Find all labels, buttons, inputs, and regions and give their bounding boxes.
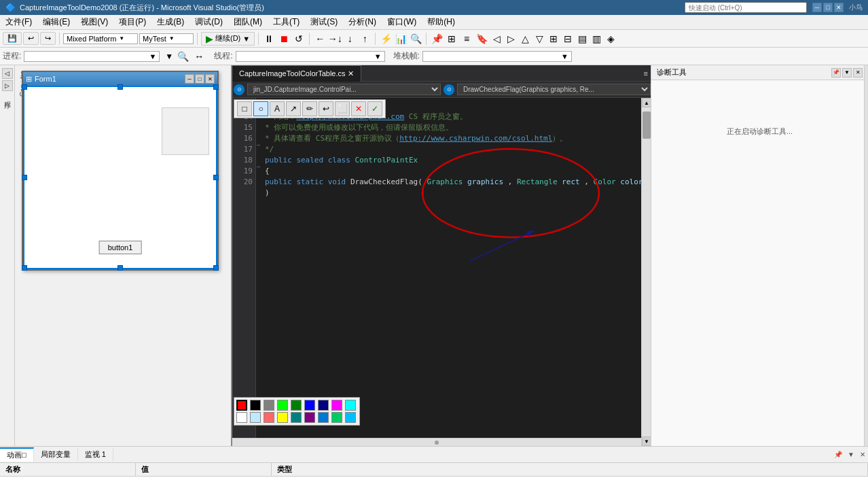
show-all-button[interactable]: ↔: [192, 50, 206, 63]
color-medblue[interactable]: [318, 412, 329, 423]
diag-collapse-handle[interactable]: [864, 65, 868, 446]
breakpoint-button[interactable]: ⚡: [379, 32, 393, 46]
form-maximize-button[interactable]: □: [195, 74, 204, 84]
color-lime[interactable]: [277, 400, 288, 411]
extra-btn-1[interactable]: ◁: [490, 32, 503, 46]
step-over-button[interactable]: →↓: [328, 32, 342, 46]
nav-right-icon[interactable]: ⊙: [444, 84, 454, 95]
extra-btn-7[interactable]: ▤: [575, 32, 589, 46]
bottom-tab-locals[interactable]: 局部变量: [34, 448, 78, 461]
toolbar-btn-3[interactable]: ↪: [40, 32, 56, 45]
handle-bc[interactable]: [117, 265, 123, 271]
menu-test[interactable]: 测试(S): [305, 15, 343, 29]
menu-help[interactable]: 帮助(H): [422, 15, 460, 29]
extra-btn-5[interactable]: ⊞: [547, 32, 560, 46]
continue-button[interactable]: ▶ 继续(D) ▼: [201, 32, 255, 46]
handle-tl[interactable]: [22, 84, 27, 90]
handle-ml[interactable]: [22, 175, 27, 180]
color-cyan[interactable]: [345, 400, 356, 411]
extra-btn-8[interactable]: ▥: [590, 32, 603, 46]
color-yellow[interactable]: [277, 412, 288, 423]
quick-launch-input[interactable]: [685, 2, 807, 13]
menu-debug[interactable]: 调试(D): [189, 15, 228, 29]
color-blue[interactable]: [304, 400, 315, 411]
bottom-tab-autos[interactable]: 动画□: [0, 447, 34, 462]
extra-btn-4[interactable]: ▽: [532, 32, 546, 46]
color-red[interactable]: [236, 400, 247, 411]
form-close-button[interactable]: ✕: [205, 74, 215, 84]
stop-button[interactable]: ⏹: [277, 32, 291, 46]
diag-button[interactable]: 🔍: [409, 32, 422, 46]
color-white[interactable]: [236, 412, 247, 423]
color-teal2[interactable]: [331, 412, 342, 423]
color-navy[interactable]: [318, 400, 329, 411]
more-button[interactable]: ≡: [460, 32, 473, 46]
color-teal[interactable]: [291, 412, 302, 423]
diag-close-button[interactable]: ✕: [853, 68, 863, 78]
diag-pin-button[interactable]: 📌: [831, 68, 841, 78]
sidebar-btn-1[interactable]: ◁: [2, 68, 13, 79]
scroll-thumb[interactable]: [643, 112, 651, 139]
extra-btn-6[interactable]: ⊟: [561, 32, 575, 46]
h-scroll-thumb[interactable]: [435, 441, 439, 445]
expand-button[interactable]: ⊞: [445, 32, 458, 46]
menu-analyze[interactable]: 分析(N): [343, 15, 382, 29]
handle-br[interactable]: [213, 265, 219, 271]
menu-window[interactable]: 窗口(W): [382, 15, 422, 29]
platform-dropdown[interactable]: Mixed Platform ▼: [63, 33, 138, 44]
stack-dropdown[interactable]: ▼: [422, 51, 572, 62]
bottom-close-button[interactable]: ✕: [857, 449, 868, 460]
pin-button[interactable]: 📌: [430, 32, 444, 46]
toolbar-btn-1[interactable]: 💾: [3, 32, 22, 45]
color-gray[interactable]: [264, 400, 274, 411]
bottom-dropdown-button[interactable]: ▼: [845, 449, 857, 460]
maximize-button[interactable]: □: [823, 3, 833, 12]
restart-button[interactable]: ↺: [292, 32, 306, 46]
bottom-tab-watch1[interactable]: 监视 1: [78, 448, 113, 461]
menu-tools[interactable]: 工具(T): [268, 15, 305, 29]
scroll-down-button[interactable]: ▼: [642, 436, 651, 446]
draw-arrow-button[interactable]: ↗: [286, 101, 301, 116]
editor-menu-button[interactable]: ≡: [641, 68, 651, 79]
form-minimize-button[interactable]: ─: [185, 74, 194, 84]
perf-button[interactable]: 📊: [394, 32, 408, 46]
draw-undo-button[interactable]: ↩: [319, 101, 333, 116]
draw-ellipse-button[interactable]: ○: [253, 101, 268, 116]
extra-btn-9[interactable]: ◈: [604, 32, 617, 46]
horizontal-scrollbar[interactable]: [232, 438, 641, 446]
bookmark-button[interactable]: 🔖: [475, 32, 488, 46]
color-green[interactable]: [291, 400, 302, 411]
step-out-button[interactable]: ↑: [358, 32, 372, 46]
pause-button[interactable]: ⏸: [262, 32, 276, 46]
sidebar-btn-2[interactable]: ▷: [2, 80, 13, 91]
nav-right-dropdown[interactable]: DrawCheckedFlag(Graphics graphics, Re...: [457, 84, 651, 95]
draw-confirm-button[interactable]: ✓: [367, 101, 382, 116]
vertical-scrollbar[interactable]: ▲ ▼: [641, 98, 651, 446]
draw-text-button[interactable]: A: [270, 101, 285, 116]
bottom-pin-button[interactable]: 📌: [831, 449, 845, 460]
color-lightblue[interactable]: [250, 412, 261, 423]
draw-rect-button[interactable]: □: [237, 101, 252, 116]
filter-button[interactable]: 🔍: [176, 50, 189, 63]
close-button[interactable]: ✕: [834, 3, 844, 12]
color-skyblue[interactable]: [345, 412, 356, 423]
diag-dropdown-button[interactable]: ▼: [842, 68, 852, 78]
extra-btn-3[interactable]: △: [518, 32, 532, 46]
draw-pen-button[interactable]: ✏: [302, 101, 317, 116]
handle-tc[interactable]: [117, 84, 123, 90]
step-into-button[interactable]: ↓: [343, 32, 357, 46]
draw-cancel-button[interactable]: ✕: [351, 101, 366, 116]
menu-project[interactable]: 项目(P): [113, 15, 151, 29]
step-back-button[interactable]: ←: [313, 32, 327, 46]
menu-file[interactable]: 文件(F): [0, 15, 37, 29]
config-dropdown[interactable]: MyTest ▼: [139, 33, 194, 44]
menu-edit[interactable]: 编辑(E): [37, 15, 75, 29]
process-dropdown[interactable]: ▼: [24, 51, 160, 62]
draw-crop-button[interactable]: ⬜: [335, 101, 350, 116]
menu-team[interactable]: 团队(M): [228, 15, 268, 29]
form-button1[interactable]: button1: [99, 241, 142, 254]
toolbar-btn-2[interactable]: ↩: [23, 32, 39, 45]
menu-view[interactable]: 视图(V): [75, 15, 113, 29]
handle-tr[interactable]: [213, 84, 219, 90]
extra-btn-2[interactable]: ▷: [504, 32, 518, 46]
